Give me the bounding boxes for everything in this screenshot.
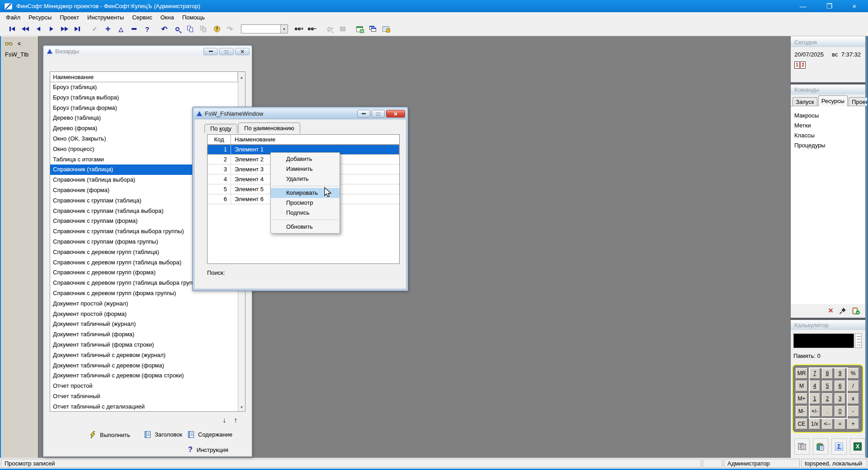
menu-item[interactable]: Сервис bbox=[128, 13, 156, 22]
move-down-icon[interactable] bbox=[222, 416, 226, 424]
menu-item[interactable]: Инструменты bbox=[83, 13, 128, 22]
apply-icon[interactable] bbox=[88, 24, 101, 34]
next-icon[interactable] bbox=[45, 24, 58, 34]
add-icon[interactable] bbox=[101, 24, 114, 34]
paste-result-button[interactable] bbox=[813, 438, 828, 455]
calculator-spinner[interactable] bbox=[855, 334, 862, 348]
key-0[interactable]: 0 bbox=[835, 406, 845, 417]
wizard-list-item[interactable]: Документ простой (журнал) bbox=[50, 299, 238, 309]
tab-by-code[interactable]: По коду bbox=[204, 124, 237, 133]
export-excel-button[interactable]: X bbox=[850, 438, 865, 455]
image-protect-icon[interactable] bbox=[379, 24, 392, 34]
about-icon[interactable]: ? bbox=[210, 24, 223, 34]
key-plusminus[interactable]: +/- bbox=[809, 406, 820, 417]
new-window-icon[interactable] bbox=[353, 24, 366, 34]
tab-by-name[interactable]: По наименованию bbox=[238, 122, 300, 133]
find-icon[interactable] bbox=[171, 24, 184, 34]
commands-panel-header[interactable]: Команды bbox=[791, 85, 865, 94]
wizard-list-item[interactable]: Отчет табличный с детализацией bbox=[50, 402, 238, 411]
undo-icon[interactable] bbox=[158, 24, 171, 34]
menu-item[interactable]: Проект bbox=[56, 13, 83, 22]
delete-command-icon[interactable] bbox=[828, 307, 833, 315]
copy-icon[interactable] bbox=[184, 24, 197, 34]
key-backspace[interactable]: <-- bbox=[822, 418, 833, 429]
key-8[interactable]: 8 bbox=[822, 368, 833, 379]
context-menu-item[interactable]: Изменить bbox=[271, 164, 340, 174]
find-next-icon[interactable]: + bbox=[292, 24, 306, 34]
wizards-column-header[interactable]: Наименование bbox=[50, 72, 238, 82]
key-3[interactable]: 3 bbox=[835, 393, 845, 404]
key-ce[interactable]: CE bbox=[796, 418, 807, 429]
key-dot[interactable]: . bbox=[822, 406, 833, 417]
sum-button[interactable] bbox=[831, 438, 847, 455]
wizard-list-item[interactable]: Документ табличный с деревом (журнал) bbox=[50, 350, 238, 361]
key-5[interactable]: 5 bbox=[822, 381, 833, 391]
content-button[interactable]: Содержание bbox=[188, 431, 232, 438]
key-plus[interactable]: + bbox=[847, 418, 859, 429]
header-button[interactable]: Заголовок bbox=[145, 431, 182, 438]
app-close-button[interactable]: × bbox=[852, 2, 856, 10]
key-2[interactable]: 2 bbox=[822, 393, 833, 404]
paste-icon[interactable] bbox=[197, 24, 210, 34]
context-menu-item[interactable]: Просмотр bbox=[271, 198, 340, 208]
change-icon[interactable] bbox=[114, 24, 127, 34]
key-4[interactable]: 4 bbox=[809, 381, 820, 391]
last-record-icon[interactable] bbox=[71, 24, 84, 34]
calendar-icon[interactable]: 1 2 bbox=[794, 61, 865, 69]
app-minimize-button[interactable]: — bbox=[800, 2, 807, 10]
key-mr[interactable]: MR bbox=[796, 368, 807, 379]
wizards-maximize-button[interactable] bbox=[219, 48, 234, 55]
context-menu-item[interactable]: Удалить bbox=[271, 174, 340, 184]
scroll-up-icon[interactable] bbox=[240, 73, 244, 80]
find-prev-icon[interactable]: − bbox=[306, 24, 319, 34]
next-page-icon[interactable] bbox=[58, 24, 71, 34]
pin-icon[interactable] bbox=[839, 307, 846, 315]
wizard-list-item[interactable]: Документ простой (форма) bbox=[50, 309, 238, 320]
key-mplus[interactable]: M+ bbox=[796, 393, 807, 404]
context-menu-item[interactable]: Добавить bbox=[271, 154, 340, 164]
send-icon[interactable] bbox=[336, 24, 349, 34]
search-off-icon[interactable] bbox=[323, 24, 336, 34]
collapse-toolbox-icon[interactable] bbox=[18, 40, 21, 47]
wizard-list-item[interactable]: Отчет простой bbox=[50, 381, 238, 391]
wizard-list-item[interactable]: Документ табличный с деревом (форма стро… bbox=[50, 371, 238, 381]
instruction-button[interactable]: Инструкция bbox=[188, 446, 228, 454]
wizards-close-button[interactable] bbox=[235, 48, 250, 55]
key-m[interactable]: M bbox=[796, 381, 807, 391]
dialog-maximize-button[interactable] bbox=[372, 110, 385, 118]
notebook-check-icon[interactable] bbox=[852, 307, 860, 315]
first-record-icon[interactable] bbox=[5, 24, 19, 34]
wizard-list-item[interactable]: Броуз (таблица) bbox=[50, 82, 238, 93]
commands-list-item[interactable]: Классы bbox=[791, 131, 865, 141]
commands-list-item[interactable]: Метки bbox=[791, 121, 865, 131]
context-menu-item[interactable]: Обновить bbox=[271, 222, 340, 232]
commands-list-item[interactable]: Макросы bbox=[791, 111, 865, 121]
wizard-list-item[interactable]: Документ табличный (журнал) bbox=[50, 319, 238, 329]
key-reciprocal[interactable]: 1/x bbox=[809, 418, 820, 429]
combo-dropdown-button[interactable] bbox=[280, 25, 288, 33]
wizard-list-item[interactable]: Отчет табличный bbox=[50, 391, 238, 402]
calculator-panel-header[interactable]: Калькулятор bbox=[791, 320, 865, 330]
commands-list-item[interactable]: Процедуры bbox=[791, 141, 865, 150]
tab-resources[interactable]: Ресурсы bbox=[818, 95, 848, 106]
wizard-list-item[interactable]: Документ табличный (форма) bbox=[50, 329, 238, 340]
run-button[interactable]: Выполнить bbox=[90, 431, 130, 439]
key-6[interactable]: 6 bbox=[835, 381, 845, 391]
dialog-title-bar[interactable]: FsW_FsNameWindow bbox=[194, 108, 406, 119]
redo-icon[interactable] bbox=[223, 24, 236, 34]
key-1[interactable]: 1 bbox=[809, 393, 820, 404]
key-percent[interactable]: % bbox=[847, 368, 859, 379]
menu-item[interactable]: Ресурсы bbox=[24, 13, 56, 22]
today-panel-header[interactable]: Сегодня bbox=[791, 37, 865, 47]
key-minus[interactable]: - bbox=[847, 406, 859, 417]
dialog-minimize-button[interactable] bbox=[357, 110, 370, 118]
copy-report-button[interactable] bbox=[794, 438, 810, 455]
delete-icon[interactable] bbox=[127, 24, 141, 34]
toolbar-search-input[interactable] bbox=[241, 25, 280, 33]
key-divide[interactable]: / bbox=[847, 381, 859, 391]
menu-item[interactable]: Окна bbox=[156, 13, 178, 22]
key-9[interactable]: 9 bbox=[835, 368, 845, 379]
wizards-minimize-button[interactable] bbox=[203, 48, 218, 55]
help-icon[interactable] bbox=[141, 24, 154, 34]
wizard-list-item[interactable]: Документ табличный с деревом (форма) bbox=[50, 361, 238, 371]
